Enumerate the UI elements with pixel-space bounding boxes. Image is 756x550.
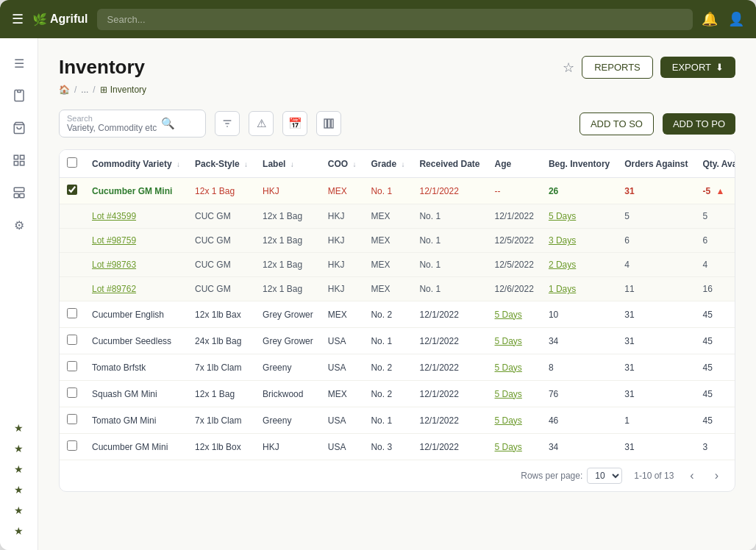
search-icon[interactable]: 🔍: [161, 117, 175, 130]
lot-number-cell[interactable]: Lot #98759: [85, 229, 188, 253]
columns-button[interactable]: [316, 111, 341, 136]
age-cell[interactable]: 5 Days: [488, 328, 541, 354]
age-cell[interactable]: 5 Days: [488, 407, 541, 434]
search-input[interactable]: [97, 9, 693, 30]
sidebar-star-6[interactable]: ★: [14, 525, 24, 537]
favorite-button[interactable]: ☆: [563, 60, 574, 76]
table-cell: 5: [696, 204, 736, 229]
table-cell: 12/5/2022: [488, 253, 541, 277]
age-link[interactable]: 1 Days: [549, 284, 576, 294]
table-cell: -5 ▲: [696, 178, 736, 204]
rows-per-page-label: Rows per page:: [521, 471, 582, 481]
calendar-button[interactable]: 📅: [282, 111, 307, 136]
add-to-so-button[interactable]: ADD TO SO: [580, 113, 654, 135]
age-cell[interactable]: 1 Days: [541, 277, 617, 301]
sidebar-star-2[interactable]: ★: [14, 443, 24, 454]
table-cell: No. 1: [412, 229, 487, 253]
age-cell[interactable]: 5 Days: [541, 204, 617, 229]
sidebar-star-5[interactable]: ★: [14, 504, 24, 516]
account-icon[interactable]: 👤: [728, 11, 744, 27]
export-label: EXPORT: [672, 62, 711, 73]
sidebar-icon-grid[interactable]: [6, 147, 32, 174]
app-logo: 🌿 Agriful: [32, 12, 88, 26]
top-nav: ☰ 🌿 Agriful 🔔 👤: [0, 0, 756, 38]
sidebar-icon-list[interactable]: ☰: [6, 50, 32, 76]
age-link[interactable]: 5 Days: [495, 415, 522, 426]
age-cell[interactable]: 5 Days: [488, 434, 541, 460]
notification-icon[interactable]: 🔔: [702, 11, 718, 27]
reports-button[interactable]: REPORTS: [582, 56, 653, 79]
svg-rect-2: [14, 155, 18, 159]
export-icon: ⬇: [716, 62, 724, 73]
age-cell[interactable]: 5 Days: [488, 301, 541, 328]
row-checkbox[interactable]: [67, 335, 77, 345]
row-checkbox[interactable]: [67, 308, 77, 318]
app-window: ☰ 🌿 Agriful 🔔 👤 ☰ ⚙: [0, 0, 756, 550]
row-checkbox[interactable]: [67, 361, 77, 371]
add-to-po-button[interactable]: ADD TO PO: [663, 113, 735, 135]
table-cell: 7x 1lb Clam: [188, 354, 255, 381]
sidebar-star-3[interactable]: ★: [14, 463, 24, 475]
pagination-next-button[interactable]: ›: [710, 468, 723, 484]
row-lot-indent: [60, 204, 85, 229]
age-link[interactable]: 5 Days: [495, 336, 522, 346]
table-cell: 5: [617, 204, 695, 229]
age-link[interactable]: 5 Days: [495, 362, 522, 373]
row-checkbox[interactable]: [67, 185, 77, 195]
sidebar-icon-bag[interactable]: [6, 115, 32, 141]
filter-button[interactable]: [215, 111, 240, 136]
age-cell[interactable]: 5 Days: [488, 354, 541, 381]
breadcrumb-ellipsis[interactable]: ...: [81, 85, 88, 95]
table-cell: 12x 1 Bag: [188, 381, 255, 407]
lot-link[interactable]: Lot #98763: [92, 260, 136, 270]
table-cell: MEX: [321, 301, 364, 328]
lot-number-cell[interactable]: Lot #89762: [85, 277, 188, 301]
inventory-table: Commodity Variety ↓ Pack-Style ↓ Label ↓…: [59, 149, 735, 492]
page-header-actions: ☆ REPORTS EXPORT ⬇: [563, 56, 735, 79]
export-button[interactable]: EXPORT ⬇: [660, 57, 735, 78]
sidebar-icon-settings[interactable]: ⚙: [6, 212, 32, 238]
table-cell: 12/5/2022: [488, 229, 541, 253]
rows-per-page-select[interactable]: 10 25 50: [587, 468, 622, 484]
table-cell: 12/1/2022: [412, 407, 487, 434]
row-checkbox[interactable]: [67, 388, 77, 398]
menu-icon[interactable]: ☰: [12, 11, 24, 27]
age-link[interactable]: 2 Days: [549, 260, 576, 270]
sidebar-icon-clipboard[interactable]: [6, 82, 32, 109]
age-link[interactable]: 5 Days: [549, 211, 576, 221]
sidebar-star-4[interactable]: ★: [14, 484, 24, 496]
age-link[interactable]: 5 Days: [495, 310, 522, 320]
search-box[interactable]: Search Variety, Commodity etc 🔍: [59, 110, 206, 138]
table-row: Cucumber GM Mini12x 1lb BoxHKJUSANo. 312…: [60, 434, 735, 460]
age-cell[interactable]: 3 Days: [541, 229, 617, 253]
sidebar-icon-layout[interactable]: [6, 179, 32, 206]
sidebar-star-1[interactable]: ★: [14, 422, 24, 434]
header-coo: COO ↓: [321, 150, 364, 178]
table-cell: Greeny: [255, 354, 321, 381]
age-cell[interactable]: 5 Days: [488, 381, 541, 407]
pagination-prev-button[interactable]: ‹: [685, 468, 698, 484]
age-cell[interactable]: 2 Days: [541, 253, 617, 277]
age-link[interactable]: 5 Days: [495, 389, 522, 399]
lot-link[interactable]: Lot #89762: [92, 284, 136, 294]
lot-number-cell[interactable]: Lot #98763: [85, 253, 188, 277]
table-cell: 6: [617, 229, 695, 253]
svg-rect-12: [324, 119, 327, 128]
row-checkbox[interactable]: [67, 440, 77, 451]
lot-link[interactable]: Lot #43599: [92, 211, 136, 221]
select-all-checkbox[interactable]: [67, 157, 77, 168]
lot-number-cell[interactable]: Lot #43599: [85, 204, 188, 229]
row-lot-indent: [60, 277, 85, 301]
age-link[interactable]: 3 Days: [549, 235, 576, 246]
breadcrumb-home-icon[interactable]: 🏠: [59, 85, 70, 95]
row-checkbox[interactable]: [67, 414, 77, 424]
table-cell: HKJ: [321, 253, 364, 277]
table-cell: 12/1/2022: [488, 204, 541, 229]
table-cell: 34: [541, 434, 617, 460]
table-cell: 24x 1lb Bag: [188, 328, 255, 354]
alert-filter-button[interactable]: ⚠: [249, 111, 274, 136]
age-link[interactable]: 5 Days: [495, 442, 522, 452]
table-cell: 12x 1 Bag: [255, 204, 321, 229]
lot-link[interactable]: Lot #98759: [92, 235, 136, 246]
header-qty-avail: Qty. Avail. ↓: [696, 150, 736, 178]
